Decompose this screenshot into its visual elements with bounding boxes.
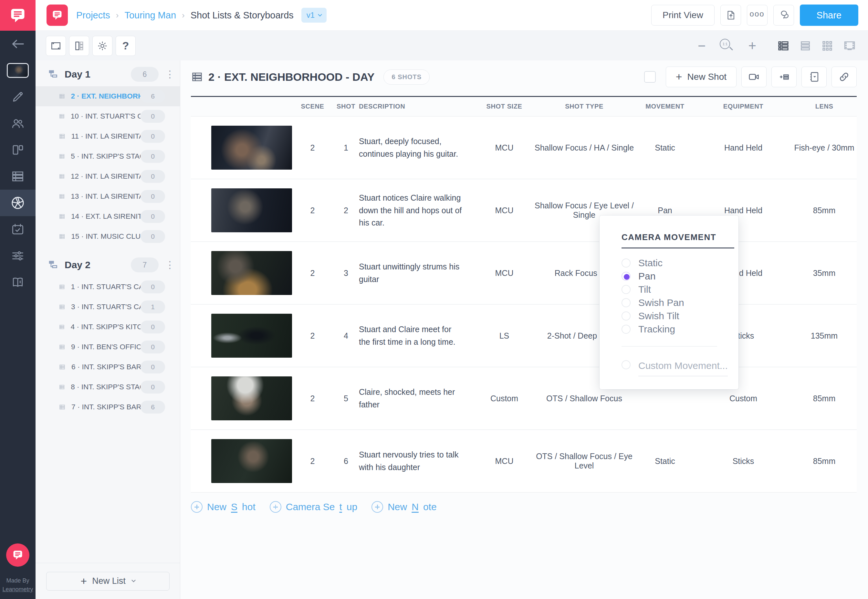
- scene-list-item[interactable]: 13 · INT. LA SIRENITA CORRID... 0: [36, 187, 180, 206]
- shot-row[interactable]: 2 4 Stuart and Claire meet for the first…: [191, 304, 857, 367]
- filmstrip-view-toggle[interactable]: [843, 39, 856, 52]
- storyboard-thumbnail[interactable]: [211, 314, 292, 358]
- zoom-in-button[interactable]: +: [748, 39, 756, 53]
- rail-item-reports[interactable]: [0, 269, 36, 296]
- camera-setup-button[interactable]: [742, 66, 767, 87]
- scene-list-item[interactable]: 14 · EXT. LA SIRENITA - NIGHT 0: [36, 206, 180, 226]
- back-button[interactable]: [0, 31, 36, 57]
- scene-list-item[interactable]: 7 · INT. SKIPP'S BAR - NIGHT 6: [36, 397, 180, 417]
- print-view-button[interactable]: Print View: [651, 5, 715, 26]
- shot-row[interactable]: 2 1 Stuart, deeply focused, continues pl…: [191, 116, 857, 179]
- movement-option[interactable]: Static: [621, 256, 739, 269]
- shot-row[interactable]: 2 2 Stuart notices Claire walking down t…: [191, 179, 857, 241]
- version-selector[interactable]: v1: [301, 8, 326, 23]
- cell-movement[interactable]: Static: [635, 456, 695, 466]
- shot-row[interactable]: 2 5 Claire, shocked, meets her father Cu…: [191, 367, 857, 429]
- scene-list-item[interactable]: 12 · INT. LA SIRENITA BATHRO... 0: [36, 166, 180, 187]
- scene-list-item[interactable]: 2 · EXT. NEIGHBORHOOD - D... 6: [36, 86, 180, 106]
- cell-shot-size[interactable]: MCU: [475, 456, 533, 466]
- rail-item-contacts[interactable]: [0, 110, 36, 137]
- cell-movement[interactable]: Pan: [635, 206, 695, 215]
- rail-item-calendar[interactable]: [0, 216, 36, 242]
- footer-action-link[interactable]: New Shot: [191, 501, 256, 513]
- cell-description[interactable]: Claire, shocked, meets her father: [359, 386, 475, 411]
- columns-button[interactable]: [69, 36, 89, 56]
- aspect-ratio-button[interactable]: [46, 36, 66, 56]
- select-all-checkbox[interactable]: [644, 71, 656, 83]
- storyboard-thumbnail[interactable]: [211, 439, 292, 483]
- scene-list-item[interactable]: 4 · INT. SKIPP'S KITCHEN - NIG... 0: [36, 317, 180, 337]
- project-thumbnail[interactable]: [0, 57, 36, 84]
- scene-list-item[interactable]: 6 · INT. SKIPP'S BAR - NIGHT 0: [36, 357, 180, 377]
- add-strip-button[interactable]: [772, 66, 797, 87]
- movement-option[interactable]: Pan: [621, 269, 739, 283]
- comments-button[interactable]: [773, 5, 794, 26]
- cell-lens[interactable]: 35mm: [792, 268, 857, 278]
- cell-equipment[interactable]: Sticks: [695, 456, 792, 466]
- cell-description[interactable]: Stuart and Claire meet for the first tim…: [359, 323, 475, 348]
- scene-list-item[interactable]: 8 · INT. SKIPP'S STAGE - NIGHT 0: [36, 377, 180, 397]
- studiobinder-badge[interactable]: [6, 543, 29, 567]
- zoom-reset-button[interactable]: 1:1: [720, 39, 734, 53]
- more-options-button[interactable]: ooo: [747, 5, 767, 26]
- movement-option[interactable]: Tilt: [621, 283, 739, 296]
- rail-item-shot-list[interactable]: [0, 190, 36, 216]
- cell-lens[interactable]: Fish-eye / 30mm: [792, 143, 857, 152]
- cell-equipment[interactable]: Hand Held: [695, 206, 792, 215]
- breadcrumb-project-name[interactable]: Touring Man: [124, 10, 176, 21]
- scene-list-item[interactable]: 1 · INT. STUART'S CAR - NIGHT 0: [36, 277, 180, 297]
- cell-equipment[interactable]: Custom: [695, 394, 792, 403]
- movement-option[interactable]: Swish Tilt: [621, 309, 739, 322]
- cell-shot-size[interactable]: MCU: [475, 143, 533, 152]
- cell-description[interactable]: Stuart, deeply focused, continues playin…: [359, 135, 475, 160]
- copy-link-button[interactable]: [832, 66, 857, 87]
- app-badge[interactable]: [47, 5, 68, 26]
- rail-item-moodboard[interactable]: [0, 137, 36, 163]
- scene-list-item[interactable]: 15 · INT. MUSIC CLUB - NIGHT 0: [36, 226, 180, 247]
- movement-option[interactable]: Tracking: [621, 322, 739, 336]
- shot-row[interactable]: 2 3 Stuart unwittingly strums his guitar…: [191, 241, 857, 304]
- made-by-credit[interactable]: Made By Leanometry: [0, 576, 36, 594]
- cell-description[interactable]: Stuart nervously tries to talk with his …: [359, 448, 475, 474]
- cell-shot-size[interactable]: Custom: [475, 394, 533, 403]
- rail-item-stripboard[interactable]: [0, 163, 36, 190]
- cell-equipment[interactable]: Hand Held: [695, 143, 792, 152]
- day-group-header[interactable]: Day 1 6 ⋮: [36, 62, 180, 86]
- cell-shot-size[interactable]: MCU: [475, 268, 533, 278]
- custom-movement-option[interactable]: Custom Movement...: [621, 360, 739, 376]
- settings-button[interactable]: [92, 36, 113, 56]
- rail-item-edit[interactable]: [0, 84, 36, 110]
- grid-view-toggle[interactable]: [821, 39, 834, 52]
- storyboard-thumbnail[interactable]: [211, 188, 292, 232]
- storyboard-thumbnail[interactable]: [211, 376, 292, 420]
- cell-lens[interactable]: 85mm: [792, 394, 857, 403]
- cell-lens[interactable]: 135mm: [792, 331, 857, 340]
- scene-list-item[interactable]: 10 · INT. STUART'S CAR - NIGHT 0: [36, 106, 180, 126]
- cell-description[interactable]: Stuart notices Claire walking down the h…: [359, 191, 475, 229]
- breadcrumb-projects[interactable]: Projects: [76, 10, 110, 21]
- brand-logo[interactable]: [0, 0, 36, 31]
- storyboard-thumbnail[interactable]: [211, 251, 292, 295]
- new-shot-button[interactable]: + New Shot: [666, 66, 737, 87]
- kebab-menu-icon[interactable]: ⋮: [165, 71, 173, 78]
- cell-shot-type[interactable]: OTS / Shallow Focus: [533, 394, 635, 403]
- notebook-button[interactable]: [802, 66, 827, 87]
- cell-shot-size[interactable]: LS: [475, 331, 533, 340]
- kebab-menu-icon[interactable]: ⋮: [165, 261, 173, 269]
- day-group-header[interactable]: Day 2 7 ⋮: [36, 253, 180, 277]
- rows-view-toggle[interactable]: [799, 39, 812, 52]
- help-button[interactable]: ?: [116, 36, 136, 56]
- scene-list-item[interactable]: 9 · INT. BEN'S OFFICE - NIGHT 0: [36, 337, 180, 357]
- cell-shot-type[interactable]: Shallow Focus / HA / Single: [533, 143, 635, 152]
- shot-row[interactable]: 2 6 Stuart nervously tries to talk with …: [191, 429, 857, 492]
- scene-list-item[interactable]: 3 · INT. STUART'S CAR - DUSK 1: [36, 297, 180, 317]
- cell-lens[interactable]: 85mm: [792, 456, 857, 466]
- scene-list-item[interactable]: 11 · INT. LA SIRENITA - NIGHT 0: [36, 126, 180, 146]
- cell-shot-type[interactable]: OTS / Shallow Focus / Eye Level: [533, 452, 635, 470]
- share-button[interactable]: Share: [800, 5, 858, 26]
- rail-item-settings[interactable]: [0, 242, 36, 269]
- movement-option[interactable]: Swish Pan: [621, 296, 739, 309]
- export-button[interactable]: [721, 5, 741, 26]
- list-detail-view-toggle[interactable]: [777, 39, 790, 52]
- storyboard-thumbnail[interactable]: [211, 126, 292, 170]
